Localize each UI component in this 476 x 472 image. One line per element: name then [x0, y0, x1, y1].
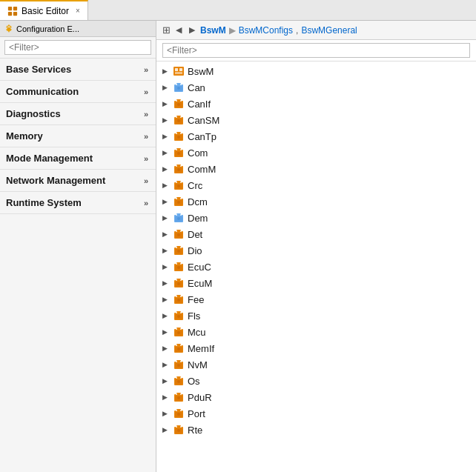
tree-item-crc[interactable]: ▶ Crc [156, 177, 476, 193]
expand-arrow-com[interactable]: ▶ [162, 149, 170, 156]
expand-arrow-det[interactable]: ▶ [162, 230, 170, 238]
svg-rect-70 [176, 247, 177, 248]
svg-rect-61 [175, 216, 182, 222]
svg-rect-49 [175, 184, 182, 189]
expand-arrow-mcu[interactable]: ▶ [162, 328, 170, 336]
svg-rect-89 [180, 296, 182, 297]
back-button[interactable]: ◀ [173, 24, 184, 36]
tree-item-fee[interactable]: ▶ Fee [156, 291, 476, 308]
svg-rect-107 [180, 345, 182, 346]
svg-rect-124 [176, 393, 177, 395]
chevron-icon-diagnostics: » [144, 110, 148, 119]
expand-arrow-ecuc[interactable]: ▶ [162, 263, 170, 270]
tree-item-port[interactable]: ▶ Port [156, 405, 476, 422]
right-filter-input[interactable] [162, 43, 470, 58]
svg-rect-59 [180, 214, 182, 216]
svg-rect-82 [176, 279, 177, 281]
sidebar-item-memory[interactable]: Memory » [0, 125, 156, 147]
tree-item-label-cansm: CanSM [188, 115, 219, 126]
svg-rect-127 [175, 396, 182, 401]
chevron-icon-mode-management: » [144, 154, 148, 163]
svg-rect-34 [176, 149, 177, 150]
tree-item-comm[interactable]: ▶ ComM [156, 161, 476, 177]
expand-arrow-canif[interactable]: ▶ [162, 100, 170, 107]
tree-item-fls[interactable]: ▶ Fls [156, 308, 476, 324]
expand-arrow-memlf[interactable]: ▶ [162, 345, 170, 352]
chevron-icon-communication: » [144, 87, 148, 96]
left-panel-title: Configuration E... [16, 24, 79, 33]
tree-item-dcm[interactable]: ▶ Dcm [156, 193, 476, 210]
tree-item-memlf[interactable]: ▶ MemIf [156, 340, 476, 356]
expand-arrow-fls[interactable]: ▶ [162, 312, 170, 319]
tree-item-det[interactable]: ▶ Det [156, 226, 476, 242]
module-icon-dio [173, 245, 185, 256]
tree-item-label-mcu: Mcu [188, 327, 206, 338]
sidebar-item-runtime-system[interactable]: Runtime System » [0, 192, 156, 214]
svg-rect-7 [175, 72, 182, 74]
svg-rect-2 [8, 11, 12, 15]
expand-arrow-comm[interactable]: ▶ [162, 165, 170, 173]
svg-rect-25 [175, 119, 182, 124]
sidebar-item-diagnostics[interactable]: Diagnostics » [0, 103, 156, 125]
tree-item-rte[interactable]: ▶ Rte [156, 422, 476, 438]
svg-rect-77 [180, 263, 182, 265]
svg-rect-11 [180, 84, 182, 85]
tree-item-com[interactable]: ▶ Com [156, 144, 476, 161]
sidebar-item-communication[interactable]: Communication » [0, 81, 156, 103]
tree-item-cantp[interactable]: ▶ CanTp [156, 128, 476, 144]
svg-rect-47 [180, 182, 182, 183]
breadcrumb-link-configs[interactable]: BswMConfigs [239, 25, 293, 36]
tree-item-ecuc[interactable]: ▶ EcuC [156, 259, 476, 275]
svg-rect-83 [180, 279, 182, 281]
left-panel-header: Configuration E... [0, 21, 156, 37]
module-icon-dem [173, 212, 185, 224]
tree-item-dem[interactable]: ▶ Dem [156, 210, 476, 226]
expand-arrow-can[interactable]: ▶ [162, 84, 170, 91]
tree-item-dio[interactable]: ▶ Dio [156, 242, 476, 259]
svg-rect-76 [176, 263, 177, 265]
expand-arrow-crc[interactable]: ▶ [162, 182, 170, 189]
tree-item-os[interactable]: ▶ Os [156, 373, 476, 389]
sidebar-item-base-services[interactable]: Base Services » [0, 59, 156, 81]
svg-rect-113 [180, 361, 182, 362]
expand-arrow-dio[interactable]: ▶ [162, 247, 170, 254]
expand-arrow-rte[interactable]: ▶ [162, 426, 170, 433]
expand-arrow-bswm[interactable]: ▶ [162, 67, 170, 75]
expand-arrow-fee[interactable]: ▶ [162, 296, 170, 303]
tree-item-mcu[interactable]: ▶ Mcu [156, 324, 476, 340]
tree-item-cansm[interactable]: ▶ CanSM [156, 112, 476, 128]
expand-arrow-ecum[interactable]: ▶ [162, 279, 170, 287]
nav-label-diagnostics: Diagnostics [6, 108, 61, 119]
tree-item-pdur[interactable]: ▶ PduR [156, 389, 476, 405]
tree-item-bswm[interactable]: ▶ BswM [156, 63, 476, 79]
nav-label-network-management: Network Management [6, 175, 105, 186]
tree-list: ▶ BswM▶ Can▶ CanIf▶ CanSM▶ CanTp▶ [156, 62, 476, 472]
expand-arrow-cantp[interactable]: ▶ [162, 133, 170, 140]
sidebar-item-mode-management[interactable]: Mode Management » [0, 147, 156, 170]
expand-arrow-cansm[interactable]: ▶ [162, 116, 170, 124]
basic-editor-tab[interactable]: Basic Editor × [0, 0, 88, 20]
expand-arrow-dcm[interactable]: ▶ [162, 198, 170, 205]
tree-item-can[interactable]: ▶ Can [156, 79, 476, 96]
expand-arrow-os[interactable]: ▶ [162, 377, 170, 385]
tree-item-nvm[interactable]: ▶ NvM [156, 356, 476, 373]
svg-rect-13 [175, 86, 182, 91]
expand-arrow-pdur[interactable]: ▶ [162, 393, 170, 401]
sidebar-item-network-management[interactable]: Network Management » [0, 170, 156, 192]
left-filter-input[interactable] [4, 40, 151, 55]
tree-item-label-dio: Dio [188, 245, 202, 256]
breadcrumb-link-general[interactable]: BswMGeneral [301, 25, 357, 36]
tree-item-label-fee: Fee [188, 294, 204, 305]
breadcrumb-bar: ⊞ ◀ ▶ BswM ▶ BswMConfigs, BswMGeneral [156, 21, 476, 40]
svg-rect-136 [176, 426, 177, 428]
expand-arrow-nvm[interactable]: ▶ [162, 361, 170, 368]
tree-item-label-com: Com [188, 147, 208, 159]
tab-close[interactable]: × [76, 7, 80, 15]
forward-button[interactable]: ▶ [187, 24, 197, 36]
expand-arrow-port[interactable]: ▶ [162, 410, 170, 417]
expand-arrow-dem[interactable]: ▶ [162, 214, 170, 222]
tree-item-ecum[interactable]: ▶ EcuM [156, 275, 476, 291]
breadcrumb-current[interactable]: BswM [200, 25, 226, 36]
tree-item-label-rte: Rte [188, 425, 202, 436]
tree-item-canif[interactable]: ▶ CanIf [156, 96, 476, 112]
